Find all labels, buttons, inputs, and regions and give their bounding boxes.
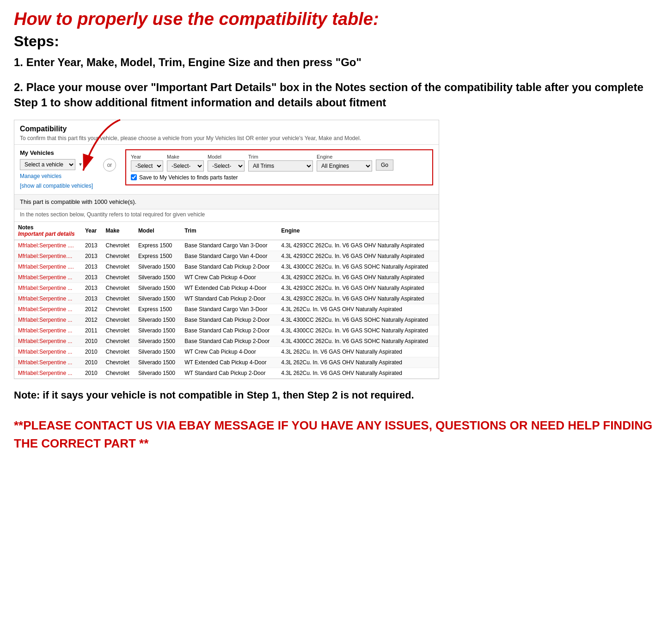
step2-text: 2. Place your mouse over "Important Part… — [14, 80, 654, 110]
engine-cell: 4.3L 262Cu. In. V6 GAS OHV Naturally Asp… — [277, 304, 439, 314]
trim-cell: Base Standard Cab Pickup 2-Door — [181, 314, 277, 325]
table-row: Mfrlabel:Serpentine ... 2010 Chevrolet S… — [14, 357, 439, 368]
notes-cell: Mfrlabel:Serpentine ... — [14, 325, 81, 336]
make-cell: Chevrolet — [102, 346, 135, 357]
model-cell: Silverado 1500 — [135, 282, 181, 293]
engine-cell: 4.3L 4300CC 262Cu. In. V6 GAS SOHC Natur… — [277, 325, 439, 336]
year-cell: 2013 — [81, 272, 102, 282]
table-row: Mfrlabel:Serpentine ... 2012 Chevrolet E… — [14, 304, 439, 314]
model-cell: Silverado 1500 — [135, 314, 181, 325]
make-cell: Chevrolet — [102, 304, 135, 314]
engine-cell: 4.3L 4300CC 262Cu. In. V6 GAS SOHC Natur… — [277, 314, 439, 325]
table-row: Mfrlabel:Serpentine .... 2013 Chevrolet … — [14, 261, 439, 272]
notes-col-header: Notes Important part details — [14, 221, 81, 240]
make-label: Make — [167, 154, 204, 159]
trim-cell: Base Standard Cab Pickup 2-Door — [181, 336, 277, 346]
engine-select[interactable]: All Engines — [317, 160, 372, 172]
engine-cell: 4.3L 4300CC 262Cu. In. V6 GAS SOHC Natur… — [277, 261, 439, 272]
go-button[interactable]: Go — [376, 159, 393, 171]
table-row: Mfrlabel:Serpentine ... 2011 Chevrolet S… — [14, 325, 439, 336]
ymm-row: Year -Select- Make -Select- Model — [131, 154, 428, 172]
model-cell: Silverado 1500 — [135, 346, 181, 357]
compat-subtitle: To confirm that this part fits your vehi… — [20, 135, 433, 141]
engine-cell: 4.3L 4293CC 262Cu. In. V6 GAS OHV Natura… — [277, 282, 439, 293]
make-cell: Chevrolet — [102, 272, 135, 282]
trim-select[interactable]: All Trims — [248, 160, 313, 172]
trim-cell: WT Extended Cab Pickup 4-Door — [181, 357, 277, 368]
trim-cell: WT Standard Cab Pickup 2-Door — [181, 368, 277, 378]
engine-cell: 4.3L 4293CC 262Cu. In. V6 GAS OHV Natura… — [277, 251, 439, 261]
trim-cell: Base Standard Cab Pickup 2-Door — [181, 325, 277, 336]
year-cell: 2010 — [81, 336, 102, 346]
make-cell: Chevrolet — [102, 368, 135, 378]
table-row: Mfrlabel:Serpentine ... 2013 Chevrolet S… — [14, 272, 439, 282]
notes-cell: Mfrlabel:Serpentine .... — [14, 261, 81, 272]
compat-title: Compatibility — [20, 125, 433, 133]
trim-col-header: Trim — [181, 221, 277, 240]
make-cell: Chevrolet — [102, 357, 135, 368]
manage-vehicles-link[interactable]: Manage vehicles — [20, 173, 94, 179]
compatibility-section: Compatibility To confirm that this part … — [14, 120, 439, 379]
table-row: Mfrlabel:Serpentine.... 2013 Chevrolet E… — [14, 251, 439, 261]
engine-field: Engine All Engines — [317, 154, 372, 172]
save-label: Save to My Vehicles to finds parts faste… — [139, 174, 238, 181]
table-row: Mfrlabel:Serpentine ... 2013 Chevrolet S… — [14, 282, 439, 293]
notes-cell: Mfrlabel:Serpentine ... — [14, 272, 81, 282]
notes-cell: Mfrlabel:Serpentine ... — [14, 336, 81, 346]
year-cell: 2010 — [81, 357, 102, 368]
notes-cell: Mfrlabel:Serpentine ... — [14, 314, 81, 325]
model-field: Model -Select- — [208, 154, 245, 172]
table-row: Mfrlabel:Serpentine .... 2013 Chevrolet … — [14, 240, 439, 251]
vehicle-select-dropdown[interactable]: Select a vehicle — [20, 159, 75, 170]
model-cell: Express 1500 — [135, 240, 181, 251]
main-title: How to properly use the compatibility ta… — [14, 9, 654, 29]
model-cell: Silverado 1500 — [135, 261, 181, 272]
make-cell: Chevrolet — [102, 240, 135, 251]
model-cell: Express 1500 — [135, 304, 181, 314]
trim-cell: Base Standard Cargo Van 4-Door — [181, 251, 277, 261]
year-cell: 2013 — [81, 240, 102, 251]
engine-label: Engine — [317, 154, 372, 159]
engine-cell: 4.3L 4293CC 262Cu. In. V6 GAS OHV Natura… — [277, 293, 439, 304]
save-checkbox-row: Save to My Vehicles to finds parts faste… — [131, 174, 428, 181]
trim-cell: Base Standard Cab Pickup 2-Door — [181, 261, 277, 272]
notes-cell: Mfrlabel:Serpentine ... — [14, 282, 81, 293]
model-cell: Express 1500 — [135, 251, 181, 261]
make-select[interactable]: -Select- — [167, 160, 204, 172]
compat-info-bar: This part is compatible with 1000 vehicl… — [14, 194, 439, 209]
notes-cell: Mfrlabel:Serpentine .... — [14, 240, 81, 251]
make-cell: Chevrolet — [102, 261, 135, 272]
dropdown-arrow-icon: ▼ — [78, 162, 83, 167]
compat-note: In the notes section below, Quantity ref… — [14, 209, 439, 221]
year-cell: 2013 — [81, 293, 102, 304]
model-cell: Silverado 1500 — [135, 357, 181, 368]
year-select[interactable]: -Select- — [131, 160, 163, 172]
engine-cell: 4.3L 262Cu. In. V6 GAS OHV Naturally Asp… — [277, 357, 439, 368]
year-cell: 2010 — [81, 368, 102, 378]
my-vehicles-label: My Vehicles — [20, 149, 94, 156]
year-cell: 2013 — [81, 261, 102, 272]
make-col-header: Make — [102, 221, 135, 240]
compat-table: Notes Important part details Year Make M… — [14, 221, 439, 379]
make-cell: Chevrolet — [102, 293, 135, 304]
model-label: Model — [208, 154, 245, 159]
model-cell: Silverado 1500 — [135, 272, 181, 282]
trim-cell: WT Standard Cab Pickup 2-Door — [181, 293, 277, 304]
trim-cell: WT Crew Cab Pickup 4-Door — [181, 346, 277, 357]
table-row: Mfrlabel:Serpentine ... 2012 Chevrolet S… — [14, 314, 439, 325]
year-field: Year -Select- — [131, 154, 163, 172]
model-cell: Silverado 1500 — [135, 293, 181, 304]
model-select[interactable]: -Select- — [208, 160, 245, 172]
step1-text: 1. Enter Year, Make, Model, Trim, Engine… — [14, 55, 654, 70]
model-cell: Silverado 1500 — [135, 325, 181, 336]
steps-heading: Steps: — [14, 33, 654, 50]
make-cell: Chevrolet — [102, 251, 135, 261]
save-checkbox[interactable] — [131, 174, 137, 180]
my-vehicles-section: My Vehicles Select a vehicle ▼ Manage ve… — [20, 149, 94, 190]
make-cell: Chevrolet — [102, 336, 135, 346]
make-cell: Chevrolet — [102, 314, 135, 325]
show-all-link[interactable]: [show all compatible vehicles] — [20, 183, 93, 189]
model-col-header: Model — [135, 221, 181, 240]
notes-cell: Mfrlabel:Serpentine ... — [14, 346, 81, 357]
year-cell: 2012 — [81, 314, 102, 325]
